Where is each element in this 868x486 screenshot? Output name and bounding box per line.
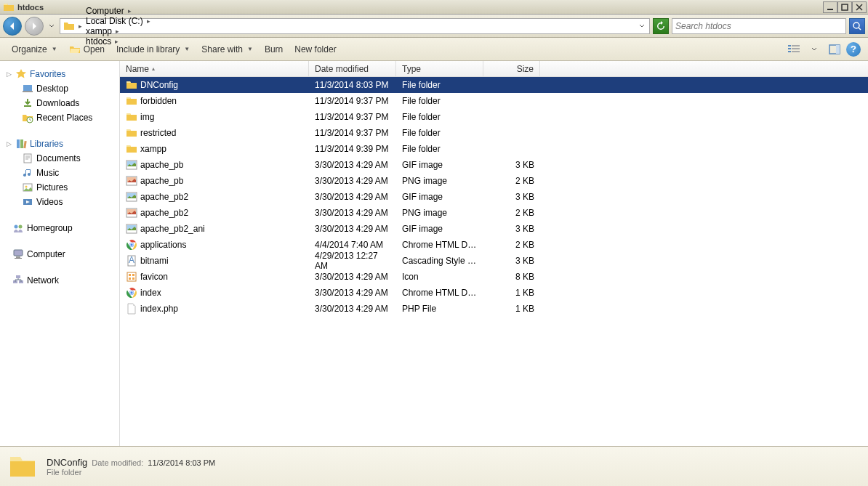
view-options-button[interactable] [785,41,803,58]
search-box[interactable] [672,18,846,34]
chevron-right-icon[interactable]: ▸ [113,28,121,35]
libraries-icon [15,138,27,150]
include-library-button[interactable]: Include in library▼ [112,42,194,57]
svg-rect-7 [788,51,791,52]
burn-button[interactable]: Burn [260,42,287,57]
file-date: 3/30/2013 4:29 AM [309,272,396,282]
sidebar-item-label: Recent Places [36,113,92,123]
back-button[interactable] [3,17,22,36]
svg-rect-49 [132,278,134,280]
file-size: 3 KB [483,192,540,202]
network-icon [12,275,24,286]
preview-pane-button[interactable] [826,41,843,58]
css-icon: A [126,255,137,267]
column-header-name[interactable]: Name▴ [120,61,309,76]
network-item[interactable]: Network [0,273,119,288]
refresh-button[interactable] [653,18,669,34]
address-bar[interactable]: ▸ Computer▸Local Disk (C:)▸xampp▸htdocs▸ [60,18,650,34]
sidebar-item[interactable]: Videos [0,195,119,209]
sidebar-item[interactable]: Recent Places [0,110,119,125]
col-name-label: Name [126,64,149,74]
file-row[interactable]: img11/3/2014 9:37 PMFile folder [120,109,868,125]
homegroup-item[interactable]: Homegroup [0,221,119,235]
breadcrumb-segment[interactable]: Computer [84,6,126,16]
file-type: File folder [396,96,483,106]
open-label: Open [84,44,105,54]
forward-button[interactable] [25,17,44,36]
minimize-button[interactable] [823,1,837,13]
png-icon [126,207,137,219]
svg-rect-4 [792,45,800,46]
file-type: PHP File [396,304,483,314]
file-row[interactable]: index3/30/2013 4:29 AMChrome HTML Docu..… [120,285,868,301]
folder-icon [63,20,75,32]
open-button[interactable]: Open [65,41,109,57]
file-name: apache_pb [140,160,183,170]
chevron-right-icon[interactable]: ▸ [76,23,84,30]
file-row[interactable]: apache_pb3/30/2013 4:29 AMGIF image3 KB [120,157,868,173]
favorites-header[interactable]: ▷ Favorites [0,67,119,81]
homegroup-icon [12,222,24,234]
address-dropdown[interactable] [636,23,648,29]
sidebar-item-label: Downloads [36,98,79,108]
organize-label: Organize [12,44,47,54]
svg-rect-13 [24,105,31,107]
file-row[interactable]: applications4/4/2014 7:40 AMChrome HTML … [120,237,868,253]
chevron-right-icon[interactable]: ▸ [145,17,153,25]
file-list[interactable]: DNConfig11/3/2014 8:03 PMFile folderforb… [120,77,868,446]
share-label: Share with [201,44,243,54]
sidebar-item[interactable]: Pictures [0,180,119,195]
navigation-pane: ▷ Favorites DesktopDownloadsRecent Place… [0,61,120,446]
file-date: 11/3/2014 9:37 PM [309,96,396,106]
file-row[interactable]: apache_pb3/30/2013 4:29 AMPNG image2 KB [120,173,868,189]
svg-point-23 [19,225,23,229]
file-row[interactable]: xampp11/3/2014 9:39 PMFile folder [120,141,868,157]
computer-item[interactable]: Computer [0,247,119,262]
sidebar-item[interactable]: Music [0,166,119,180]
share-with-button[interactable]: Share with▼ [197,42,257,57]
file-row[interactable]: forbidden11/3/2014 9:37 PMFile folder [120,93,868,109]
sidebar-item[interactable]: Desktop [0,81,119,96]
help-button[interactable]: ? [846,42,861,57]
search-input[interactable] [675,21,843,31]
close-button[interactable] [852,1,867,13]
file-row[interactable]: favicon3/30/2013 4:29 AMIcon8 KB [120,269,868,285]
column-header-date[interactable]: Date modified [309,61,396,76]
organize-button[interactable]: Organize▼ [7,42,62,57]
file-row[interactable]: Abitnami4/29/2013 12:27 AMCascading Styl… [120,253,868,269]
chevron-right-icon[interactable]: ▸ [126,7,134,15]
sidebar-item[interactable]: Downloads [0,96,119,110]
file-date: 3/30/2013 4:29 AM [309,224,396,234]
history-dropdown[interactable] [47,17,57,36]
file-row[interactable]: restricted11/3/2014 9:37 PMFile folder [120,125,868,141]
file-row[interactable]: apache_pb23/30/2013 4:29 AMPNG image2 KB [120,205,868,221]
view-dropdown[interactable] [805,41,823,58]
column-header-size[interactable]: Size [483,61,540,76]
svg-rect-48 [129,278,131,280]
file-date: 3/30/2013 4:29 AM [309,304,396,314]
file-name: apache_pb [140,176,183,186]
svg-rect-45 [127,272,136,281]
file-name: apache_pb2 [140,208,188,218]
file-date: 3/30/2013 4:29 AM [309,208,396,218]
breadcrumb-segment[interactable]: xampp [84,26,113,36]
svg-rect-0 [827,9,833,10]
svg-rect-6 [792,48,800,49]
libraries-header[interactable]: ▷ Libraries [0,137,119,151]
maximize-button[interactable] [837,1,852,13]
file-row[interactable]: apache_pb23/30/2013 4:29 AMGIF image3 KB [120,189,868,205]
file-row[interactable]: DNConfig11/3/2014 8:03 PMFile folder [120,77,868,93]
file-name: apache_pb2 [140,192,188,202]
svg-rect-11 [23,85,32,91]
file-date: 4/29/2013 12:27 AM [309,251,396,271]
search-button[interactable] [849,18,865,34]
sidebar-item[interactable]: Documents [0,151,119,166]
file-row[interactable]: apache_pb2_ani3/30/2013 4:29 AMGIF image… [120,221,868,237]
breadcrumb-segment[interactable]: Local Disk (C:) [84,16,145,26]
new-folder-button[interactable]: New folder [290,42,340,57]
column-header-type[interactable]: Type [396,61,483,76]
network-label: Network [27,275,59,285]
file-row[interactable]: index.php3/30/2013 4:29 AMPHP File1 KB [120,301,868,317]
file-type: Icon [396,272,483,282]
burn-label: Burn [265,44,283,54]
